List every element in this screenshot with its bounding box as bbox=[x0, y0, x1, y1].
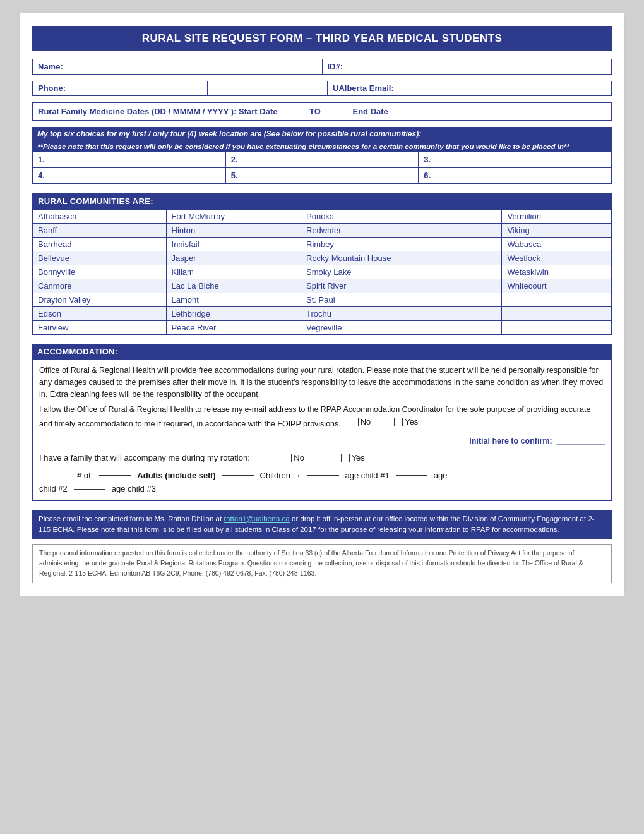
yes-label: Yes bbox=[405, 416, 418, 428]
choices-section: My top six choices for my first / only f… bbox=[32, 127, 612, 184]
community-cell: Viking bbox=[502, 224, 612, 238]
family-row: I have a family that will accompany me d… bbox=[39, 452, 605, 464]
community-cell bbox=[502, 307, 612, 321]
accommodation-text1: Office of Rural & Regional Health will p… bbox=[39, 365, 605, 400]
accommodation-body: Office of Rural & Regional Health will p… bbox=[32, 360, 612, 501]
table-row: Drayton ValleyLamontSt. Paul bbox=[33, 293, 612, 307]
dates-box: Rural Family Medicine Dates (DD / MMMM /… bbox=[32, 102, 612, 121]
community-cell: Whitecourt bbox=[502, 279, 612, 293]
community-cell: Westlock bbox=[502, 251, 612, 265]
community-cell: Banff bbox=[33, 224, 167, 238]
community-cell: St. Paul bbox=[301, 293, 502, 307]
community-cell: Barrhead bbox=[33, 238, 167, 251]
community-cell: Smoky Lake bbox=[301, 265, 502, 279]
adults-label: Adults (include self) bbox=[137, 469, 215, 482]
table-row: BarrheadInnisfailRimbeyWabasca bbox=[33, 238, 612, 251]
family-no-checkbox[interactable] bbox=[283, 454, 292, 462]
footer-email: rattan1@ualberta.ca bbox=[224, 515, 289, 523]
id-label: ID#: bbox=[323, 59, 612, 74]
footer-text: Please email the completed form to Ms. R… bbox=[39, 515, 224, 523]
privacy-box: The personal information requested on th… bbox=[32, 544, 612, 583]
child2-label: child #2 bbox=[39, 483, 68, 495]
name-label: Name: bbox=[33, 59, 323, 74]
community-cell: Bonnyville bbox=[33, 265, 167, 279]
community-cell: Hinton bbox=[166, 224, 301, 238]
accommodation-text2: I allow the Office of Rural & Regional H… bbox=[39, 404, 605, 430]
phone-email-row: Phone: UAlberta Email: bbox=[32, 81, 612, 96]
community-cell: Vegreville bbox=[301, 321, 502, 335]
accommodation-header: Accommodation: bbox=[32, 344, 612, 360]
community-cell: Rocky Mountain House bbox=[301, 251, 502, 265]
no-checkbox-label[interactable]: No bbox=[350, 416, 371, 428]
choice-4: 4. bbox=[33, 168, 226, 183]
email-label: UAlberta Email: bbox=[328, 81, 611, 95]
communities-table: Rural Communities Are: AthabascaFort McM… bbox=[32, 193, 612, 335]
choice-6: 6. bbox=[419, 168, 611, 183]
community-cell: Peace River bbox=[166, 321, 301, 335]
family-no-label[interactable]: No bbox=[283, 452, 304, 464]
table-row: BellevueJasperRocky Mountain HouseWestlo… bbox=[33, 251, 612, 265]
family-no-text: No bbox=[294, 452, 304, 464]
community-cell: Innisfail bbox=[166, 238, 301, 251]
community-cell: Lamont bbox=[166, 293, 301, 307]
age-blank[interactable] bbox=[396, 475, 427, 476]
choice-5: 5. bbox=[226, 168, 419, 183]
communities-section: Rural Communities Are: AthabascaFort McM… bbox=[32, 193, 612, 335]
page: Rural Site Request Form – Third Year Med… bbox=[19, 13, 625, 596]
community-cell: Wabasca bbox=[502, 238, 612, 251]
community-cell: Spirit River bbox=[301, 279, 502, 293]
age-child1-label: age child #1 bbox=[345, 469, 390, 482]
community-cell: Fort McMurray bbox=[166, 210, 301, 224]
family-label: I have a family that will accompany me d… bbox=[39, 452, 250, 464]
children-count-blank[interactable] bbox=[222, 475, 254, 476]
of-label: # of: bbox=[77, 469, 93, 482]
community-cell: Rimbey bbox=[301, 238, 502, 251]
adults-count-blank[interactable] bbox=[99, 475, 131, 476]
community-cell: Bellevue bbox=[33, 251, 167, 265]
name-id-row: Name: ID#: bbox=[32, 59, 612, 75]
communities-header: Rural Communities Are: bbox=[33, 193, 612, 210]
table-row: EdsonLethbridgeTrochu bbox=[33, 307, 612, 321]
community-cell: Redwater bbox=[301, 224, 502, 238]
family-yes-label[interactable]: Yes bbox=[341, 452, 365, 464]
community-cell: Ponoka bbox=[301, 210, 502, 224]
yes-checkbox-label[interactable]: Yes bbox=[394, 416, 418, 428]
choices-row1: 1. 2. 3. bbox=[32, 152, 612, 168]
family-yes-checkbox[interactable] bbox=[341, 454, 350, 462]
table-row: AthabascaFort McMurrayPonokaVermilion bbox=[33, 210, 612, 224]
table-row: CanmoreLac La BicheSpirit RiverWhitecour… bbox=[33, 279, 612, 293]
choice-3: 3. bbox=[419, 152, 611, 167]
community-cell: Vermilion bbox=[502, 210, 612, 224]
table-row: BanffHintonRedwaterViking bbox=[33, 224, 612, 238]
community-cell bbox=[502, 321, 612, 335]
choices-row2: 4. 5. 6. bbox=[32, 168, 612, 184]
choice-2: 2. bbox=[226, 152, 419, 167]
community-cell bbox=[502, 293, 612, 307]
community-cell: Trochu bbox=[301, 307, 502, 321]
child1-age-blank[interactable] bbox=[307, 475, 339, 476]
table-row: BonnyvilleKillamSmoky LakeWetaskiwin bbox=[33, 265, 612, 279]
table-row: FairviewPeace RiverVegreville bbox=[33, 321, 612, 335]
initial-row: Initial here to confirm: ___________ bbox=[39, 435, 605, 447]
community-cell: Killam bbox=[166, 265, 301, 279]
children-row: # of: Adults (include self) Children → a… bbox=[39, 469, 605, 482]
no-checkbox[interactable] bbox=[350, 418, 359, 426]
community-cell: Canmore bbox=[33, 279, 167, 293]
family-yes-text: Yes bbox=[352, 452, 365, 464]
child3-age-blank[interactable] bbox=[74, 489, 105, 490]
community-cell: Lac La Biche bbox=[166, 279, 301, 293]
community-cell: Drayton Valley bbox=[33, 293, 167, 307]
age-child3-label: age child #3 bbox=[112, 483, 156, 495]
choice-1: 1. bbox=[33, 152, 226, 167]
phone-value bbox=[208, 81, 328, 95]
yes-checkbox[interactable] bbox=[394, 418, 403, 426]
page-title: Rural Site Request Form – Third Year Med… bbox=[32, 26, 612, 51]
community-cell: Wetaskiwin bbox=[502, 265, 612, 279]
community-cell: Fairview bbox=[33, 321, 167, 335]
children-label: Children → bbox=[260, 469, 301, 482]
accommodation-section: Accommodation: Office of Rural & Regiona… bbox=[32, 344, 612, 501]
phone-label: Phone: bbox=[33, 81, 208, 95]
community-cell: Jasper bbox=[166, 251, 301, 265]
children-row2: child #2 age child #3 bbox=[39, 483, 605, 495]
community-cell: Edson bbox=[33, 307, 167, 321]
